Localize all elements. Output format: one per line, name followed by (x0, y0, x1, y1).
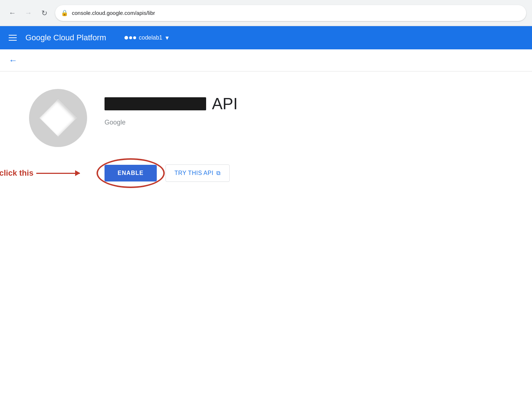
browser-nav: ← → ↻ (6, 7, 51, 20)
gcp-title: Google Cloud Platform (25, 33, 106, 42)
back-button[interactable]: ← (6, 7, 19, 20)
try-this-api-button[interactable]: TRY THIS API ⧉ (165, 164, 230, 182)
project-selector[interactable]: codelab1 ▾ (121, 32, 172, 44)
page-back-button[interactable]: ← (9, 55, 17, 65)
api-icon-circle (29, 89, 87, 147)
dropdown-arrow-icon: ▾ (165, 34, 169, 42)
page-nav: ← (0, 49, 532, 72)
api-diamond-icon (40, 99, 77, 136)
click-this-label: click this (0, 168, 33, 178)
page-back-icon: ← (9, 55, 17, 65)
external-link-icon: ⧉ (216, 170, 221, 176)
api-title-suffix: API (212, 95, 238, 113)
address-bar[interactable]: 🔒 console.cloud.google.com/apis/libr (55, 5, 526, 21)
annotation-arrow (36, 173, 80, 174)
project-name: codelab1 (139, 34, 163, 41)
api-icon-container (29, 89, 87, 147)
action-buttons-section: click this ENABLE TRY THIS API ⧉ (105, 164, 503, 182)
reload-button[interactable]: ↻ (38, 7, 51, 20)
annotation: click this (0, 168, 80, 178)
api-info-section: API Google (29, 89, 503, 147)
reload-icon: ↻ (41, 9, 48, 17)
forward-icon: → (25, 9, 32, 17)
address-text: console.cloud.google.com/apis/libr (72, 10, 155, 16)
api-title-row: API (105, 95, 238, 113)
back-icon: ← (9, 9, 16, 17)
api-provider: Google (105, 119, 238, 126)
api-details: API Google (105, 89, 238, 126)
api-name-redacted (105, 97, 206, 110)
enable-button[interactable]: ENABLE (105, 165, 157, 181)
browser-chrome: ← → ↻ 🔒 console.cloud.google.com/apis/li… (0, 0, 532, 26)
try-api-label: TRY THIS API (175, 170, 213, 176)
forward-button[interactable]: → (22, 7, 35, 20)
project-icon (124, 36, 136, 40)
main-content: API Google click this ENABLE TRY THIS AP… (0, 72, 532, 199)
lock-icon: 🔒 (61, 9, 68, 16)
gcp-header: Google Cloud Platform codelab1 ▾ (0, 26, 532, 49)
enable-button-wrapper: ENABLE (105, 165, 157, 181)
hamburger-menu-button[interactable] (9, 35, 17, 41)
